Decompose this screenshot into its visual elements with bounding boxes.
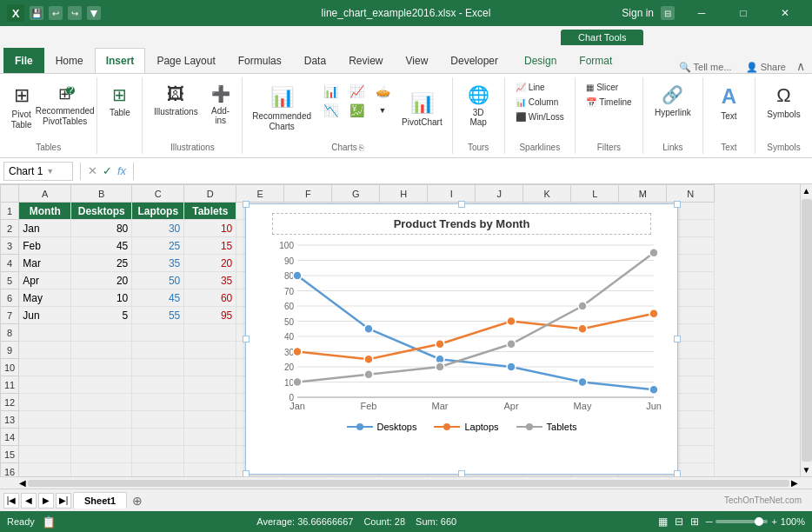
cell-5-2[interactable]: 50 (132, 272, 184, 289)
tab-design[interactable]: Design (513, 48, 568, 73)
row-header-2[interactable]: 2 (1, 220, 19, 237)
zoom-in-icon[interactable]: + (771, 516, 776, 527)
minimize-button[interactable]: ─ (682, 0, 722, 26)
chart-handle-mr[interactable] (674, 336, 681, 342)
scroll-up-button[interactable]: ▲ (801, 184, 812, 197)
cell-8-1[interactable] (71, 324, 132, 342)
col-header-j[interactable]: J (476, 185, 523, 203)
hyperlink-button[interactable]: 🔗 Hyperlink (649, 81, 696, 121)
col-header-i[interactable]: I (428, 185, 476, 203)
page-break-view-icon[interactable]: ⊞ (690, 515, 699, 528)
scatter-chart-button[interactable]: 💹 (344, 102, 369, 119)
cell-2-1[interactable]: 80 (71, 220, 132, 237)
cell-7-3[interactable]: 95 (184, 307, 236, 324)
chart-handle-bm[interactable] (458, 470, 465, 476)
row-header-3[interactable]: 3 (1, 237, 19, 255)
cell-5-0[interactable]: Apr (19, 272, 71, 289)
cell-3-0[interactable]: Feb (19, 237, 71, 255)
cell-2-0[interactable]: Jan (19, 220, 71, 237)
cell-10-2[interactable] (132, 359, 184, 376)
cell-3-2[interactable]: 25 (132, 237, 184, 255)
formula-input[interactable] (141, 165, 809, 177)
col-header-k[interactable]: K (523, 185, 571, 203)
cell-6-2[interactable]: 45 (132, 289, 184, 307)
chart-handle-tm[interactable] (458, 201, 465, 208)
cell-3-1[interactable]: 45 (71, 237, 132, 255)
more-charts-button[interactable]: ▼ (370, 102, 395, 119)
cell-2-2[interactable]: 30 (132, 220, 184, 237)
text-button[interactable]: A Text (713, 81, 744, 124)
cell-15-1[interactable] (71, 446, 132, 463)
cell-12-0[interactable] (19, 394, 71, 411)
col-header-m[interactable]: M (619, 185, 667, 203)
tab-data[interactable]: Data (293, 48, 337, 73)
cell-11-0[interactable] (19, 376, 71, 394)
row-header-5[interactable]: 5 (1, 272, 19, 289)
tell-me-box[interactable]: 🔍 Tell me... (672, 62, 739, 73)
tab-developer[interactable]: Developer (439, 48, 509, 73)
zoom-out-icon[interactable]: ─ (706, 516, 713, 527)
close-button[interactable]: ✕ (765, 0, 805, 26)
recommended-charts-button[interactable]: 📊 RecommendedCharts (247, 83, 316, 136)
undo-icon[interactable]: ↩ (49, 6, 63, 20)
add-sheet-button[interactable]: ⊕ (129, 492, 146, 509)
sheet-nav-last[interactable]: ▶| (56, 493, 71, 509)
recommended-pivot-tables-button[interactable]: ⊞? RecommendedPivotTables (39, 81, 91, 130)
scroll-thumb[interactable] (802, 199, 812, 462)
tab-review[interactable]: Review (337, 48, 394, 73)
timeline-button[interactable]: 📅 Timeline (582, 96, 636, 109)
row-header-6[interactable]: 6 (1, 289, 19, 307)
page-layout-view-icon[interactable]: ⊟ (675, 515, 683, 528)
horizontal-scrollbar[interactable]: ◀ ▶ (17, 477, 800, 489)
cell-4-3[interactable]: 20 (184, 255, 236, 272)
zoom-control[interactable]: ─ + 100% (706, 516, 805, 527)
cell-2-3[interactable]: 10 (184, 220, 236, 237)
chart-handle-br[interactable] (674, 470, 681, 476)
cell-8-2[interactable] (132, 324, 184, 342)
tab-file[interactable]: File (3, 48, 44, 73)
cell-9-0[interactable] (19, 342, 71, 359)
cell-3-3[interactable]: 15 (184, 237, 236, 255)
symbols-button[interactable]: Ω Symbols (762, 81, 805, 123)
tab-view[interactable]: View (395, 48, 440, 73)
more-tools-icon[interactable]: ▼ (87, 6, 101, 20)
cell-13-2[interactable] (132, 411, 184, 429)
illustrations-button[interactable]: 🖼 Illustrations (149, 81, 203, 120)
chart-handle-ml[interactable] (243, 336, 250, 342)
row-header-16[interactable]: 16 (1, 463, 19, 477)
cell-12-2[interactable] (132, 394, 184, 411)
sheet-nav-first[interactable]: |◀ (3, 493, 19, 509)
cell-13-3[interactable] (184, 411, 236, 429)
cell-11-3[interactable] (184, 376, 236, 394)
cell-6-1[interactable]: 10 (71, 289, 132, 307)
collapse-ribbon-icon[interactable]: ∧ (793, 59, 809, 73)
cell-14-2[interactable] (132, 429, 184, 446)
cell-9-1[interactable] (71, 342, 132, 359)
sheet-tab-sheet1[interactable]: Sheet1 (73, 492, 127, 509)
slicer-button[interactable]: ▦ Slicer (582, 81, 622, 94)
chart-container[interactable]: Product Trends by Month 0102030405060708… (245, 203, 678, 475)
cell-8-3[interactable] (184, 324, 236, 342)
winloss-sparkline-button[interactable]: ⬛ Win/Loss (511, 110, 569, 123)
cell-7-2[interactable]: 55 (132, 307, 184, 324)
cell-16-0[interactable] (19, 463, 71, 477)
name-box-dropdown[interactable]: ▼ (46, 167, 54, 176)
row-header-9[interactable]: 9 (1, 342, 19, 359)
col-header-c[interactable]: C (132, 185, 184, 203)
pivot-table-button[interactable]: ⊞ PivotTable (6, 81, 37, 134)
3d-map-button[interactable]: 🌐 3DMap (463, 81, 495, 130)
scroll-down-button[interactable]: ▼ (801, 463, 812, 476)
sign-in-button[interactable]: Sign in (622, 7, 654, 19)
tab-page-layout[interactable]: Page Layout (145, 48, 226, 73)
cell-1-1[interactable]: Desktops (71, 203, 132, 220)
charts-expand-icon[interactable]: ⎘ (359, 143, 363, 152)
cell-1-2[interactable]: Laptops (132, 203, 184, 220)
redo-icon[interactable]: ↪ (68, 6, 82, 20)
cell-16-2[interactable] (132, 463, 184, 477)
formula-function-icon[interactable]: fx (117, 164, 126, 177)
cell-11-2[interactable] (132, 376, 184, 394)
cell-14-1[interactable] (71, 429, 132, 446)
cell-7-1[interactable]: 5 (71, 307, 132, 324)
cell-12-1[interactable] (71, 394, 132, 411)
cell-14-3[interactable] (184, 429, 236, 446)
